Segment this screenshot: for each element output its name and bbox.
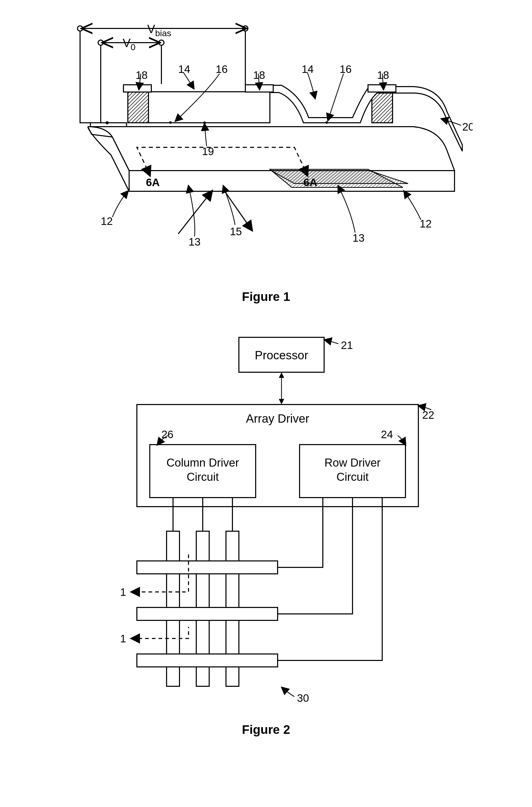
row-driver-label-1: Row Driver (324, 456, 381, 469)
label-14-b: 14 (302, 63, 314, 75)
label-18-a: 18 (136, 69, 148, 81)
processor-label: Processor (255, 348, 308, 362)
label-22: 22 (422, 409, 434, 421)
label-14-a: 14 (178, 63, 190, 75)
label-16-b: 16 (340, 63, 352, 75)
label-16-a: 16 (216, 63, 228, 75)
label-18-c: 18 (377, 69, 389, 81)
svg-rect-5 (124, 85, 151, 92)
svg-rect-34 (196, 574, 209, 607)
label-12-a: 12 (101, 215, 113, 227)
svg-point-9 (325, 121, 328, 124)
svg-rect-28 (137, 607, 278, 620)
svg-point-11 (98, 40, 103, 45)
label-v0: V0 (123, 36, 136, 52)
label-13-b: 13 (353, 232, 365, 244)
label-vbias: Vbias (147, 22, 171, 38)
figure-1: Vbias V0 18 14 16 18 14 16 18 20 19 6A 6… (10, 16, 522, 304)
svg-rect-7 (368, 85, 396, 92)
label-20: 20 (462, 121, 473, 133)
svg-rect-27 (137, 561, 278, 574)
label-26: 26 (162, 428, 174, 440)
svg-point-10 (77, 26, 83, 31)
label-13-a: 13 (189, 236, 201, 248)
svg-point-14 (106, 121, 109, 124)
svg-rect-31 (196, 667, 209, 686)
label-12-b: 12 (420, 218, 432, 230)
array-driver-label: Array Driver (246, 412, 309, 425)
svg-rect-37 (196, 620, 209, 654)
svg-rect-35 (226, 574, 239, 607)
label-19: 19 (202, 145, 214, 158)
svg-point-15 (203, 122, 206, 124)
row-driver-label-2: Circuit (337, 471, 369, 483)
figure-2-caption: Figure 2 (242, 722, 290, 737)
column-driver-label-1: Column Driver (166, 456, 239, 469)
figure-2: Processor 21 Array Driver 22 Column Driv… (10, 330, 522, 737)
label-6A-b: 6A (303, 176, 317, 188)
label-1-a: 1 (120, 586, 126, 598)
svg-rect-2 (128, 92, 149, 123)
svg-rect-29 (137, 654, 278, 667)
label-21: 21 (341, 339, 353, 351)
svg-point-12 (159, 40, 164, 45)
figure-1-caption: Figure 1 (242, 290, 290, 304)
figure-1-svg: Vbias V0 18 14 16 18 14 16 18 20 19 6A 6… (59, 16, 473, 279)
svg-rect-30 (167, 667, 179, 686)
label-30: 30 (297, 692, 309, 704)
column-driver-label-2: Circuit (187, 471, 219, 483)
label-15: 15 (230, 225, 242, 238)
svg-rect-32 (226, 667, 239, 686)
label-6A-a: 6A (146, 176, 160, 188)
label-18-b: 18 (253, 69, 265, 81)
svg-rect-38 (226, 620, 239, 654)
figure-2-svg: Processor 21 Array Driver 22 Column Driv… (98, 330, 434, 712)
svg-rect-4 (372, 92, 393, 123)
svg-point-8 (169, 121, 172, 124)
svg-rect-36 (167, 620, 179, 654)
label-1-b: 1 (120, 632, 126, 645)
label-24: 24 (381, 428, 393, 440)
svg-rect-33 (167, 574, 179, 607)
